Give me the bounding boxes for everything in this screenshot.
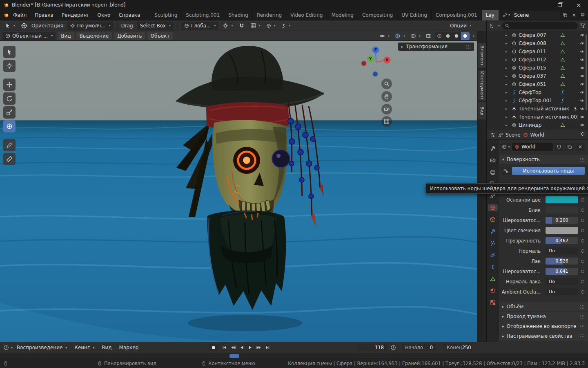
shading-material-button[interactable] [452,32,461,40]
panel-divider[interactable] [486,20,487,342]
snap-toggle[interactable] [237,22,246,30]
menu-file[interactable]: Файл [9,10,31,20]
tab-texture[interactable] [488,299,498,306]
jump-to-start-button[interactable] [220,344,229,351]
viewport-menu-select[interactable]: Выделение [76,32,112,40]
tab-constraints[interactable] [488,263,498,271]
clearcoat-slider[interactable]: 0.526 [546,258,578,265]
menu-edit[interactable]: Правка [31,10,58,20]
eye-icon[interactable] [580,82,585,87]
specular-slider[interactable] [546,206,578,213]
animate-dot[interactable] [581,239,584,242]
mesh-data-icon[interactable] [560,74,565,79]
eye-icon[interactable] [580,90,585,95]
eye-icon[interactable] [580,33,585,38]
tab-object-data[interactable] [488,275,498,283]
workspace-tab-sculpting-001[interactable]: Sculpting.001 [181,10,224,20]
falloff-dropdown[interactable]: ▾ [280,22,292,30]
ambient-occlusion-dropdown[interactable]: По умолчан... [546,288,578,295]
transform-panel-header[interactable]: ▸ Трансформация [398,43,474,51]
tab-output[interactable] [488,168,498,176]
viewport-menu-add[interactable]: Добавить [114,32,145,40]
eye-icon[interactable] [580,57,585,62]
animate-dot[interactable] [581,209,584,212]
eye-icon[interactable] [580,41,585,46]
editor-type-dropdown[interactable]: ▾ [11,346,13,350]
viewport-menu-object[interactable]: Объект [147,32,173,40]
outliner-row[interactable]: ▸Точечный источник [487,105,588,113]
outliner-editor-icon[interactable] [489,23,495,29]
outliner-row[interactable]: ▸Сфера.051 [487,80,588,88]
animate-dot[interactable] [581,229,584,232]
sidebar-tab-item[interactable]: Элемент [478,43,486,68]
sidebar-tab-view[interactable]: Вид [478,102,486,119]
outliner-row[interactable]: ▸Сфера.011 [487,47,588,56]
outliner-row[interactable]: ▸Точечный источник.001 [487,113,588,121]
properties-editor-icon[interactable] [490,132,496,138]
menu-window[interactable]: Окно [94,10,115,20]
drag-dropdown[interactable]: Select Box▾ [137,22,174,30]
light-data-icon[interactable] [573,106,578,111]
tab-particles[interactable] [488,240,498,247]
tool-select-box[interactable] [3,46,16,58]
eye-icon[interactable] [580,123,585,128]
outliner-row[interactable]: ▸Сфера.037 [487,72,588,80]
eye-icon[interactable] [580,106,585,111]
scene-new-button[interactable] [561,11,569,19]
orientation-dropdown[interactable]: По умолч...▾ [67,22,114,30]
animate-dot[interactable] [581,260,584,263]
section-viewport-display[interactable]: ▸Отображение во вьюпорте [499,321,588,331]
viewport-menu-view[interactable]: Вид [58,32,74,40]
frame-start-field[interactable]: Начало 0 [402,344,436,351]
outliner-row[interactable]: ▸Сфера.008 [487,39,588,47]
xray-toggle[interactable] [424,32,433,40]
tab-world[interactable] [488,204,498,211]
mesh-data-icon[interactable] [560,123,565,128]
curve-data-icon[interactable] [560,98,565,103]
animate-dot[interactable] [581,290,584,294]
visibility-dropdown[interactable]: ▾ [378,32,391,40]
section-drag-grip[interactable] [580,314,585,319]
mode-dropdown[interactable]: Объектный ...▾ [2,32,56,40]
tool-move[interactable] [3,79,16,91]
eye-icon[interactable] [580,74,585,79]
breadcrumb-scene[interactable]: Scene [506,132,521,138]
timeline-scrub-strip[interactable] [0,353,588,359]
section-custom-properties[interactable]: ▸Настраиваемые свойства [499,331,588,341]
section-volume[interactable]: ▸Объём [499,302,588,311]
shading-solid-button[interactable] [444,32,452,40]
snap-settings-dropdown[interactable]: ▾ [249,22,262,30]
panel-drag-grip[interactable] [466,45,471,49]
tool-rotate[interactable] [3,92,16,105]
editor-type-dropdown[interactable]: ▾ [498,24,500,27]
section-drag-grip[interactable] [580,334,585,338]
jump-to-end-button[interactable] [263,344,272,351]
viewport-canvas[interactable]: Z Y X [0,41,477,342]
workspace-tab-shading[interactable]: Shading [224,10,252,20]
pan-button[interactable] [381,91,392,102]
pivot-point-dropdown[interactable]: ▾ [221,22,234,30]
gizmos-toggle[interactable]: ▾ [393,32,407,40]
timeline-editor-icon[interactable] [3,345,9,350]
clearcoat-roughness-slider[interactable]: 0.641 [546,268,578,275]
axis-neg-x[interactable] [361,61,366,66]
menu-help[interactable]: Справка [114,10,144,20]
pin-icon[interactable] [580,132,585,137]
outliner-row[interactable]: ▸Сфера.015 [487,64,588,72]
unlink-world-button[interactable]: × [576,143,585,151]
play-button[interactable] [246,344,254,351]
blender-menu-icon[interactable] [3,12,9,18]
menu-marker[interactable]: Маркер [116,345,142,350]
shading-wireframe-button[interactable] [435,32,444,40]
roughness-slider[interactable]: 0.200 [546,217,578,224]
tool-measure[interactable] [3,153,16,165]
scene-name-field[interactable]: Scene [512,11,560,19]
prev-keyframe-button[interactable] [229,344,237,351]
close-button[interactable]: × [569,0,588,10]
ortho-toggle-button[interactable] [381,116,392,127]
base-color-swatch[interactable] [546,196,578,203]
mesh-data-icon[interactable] [560,82,565,87]
proportional-edit-dropdown[interactable]: ▾ [265,22,277,30]
world-name-field[interactable]: World [512,143,553,151]
current-frame-field[interactable]: 118 [358,344,387,351]
